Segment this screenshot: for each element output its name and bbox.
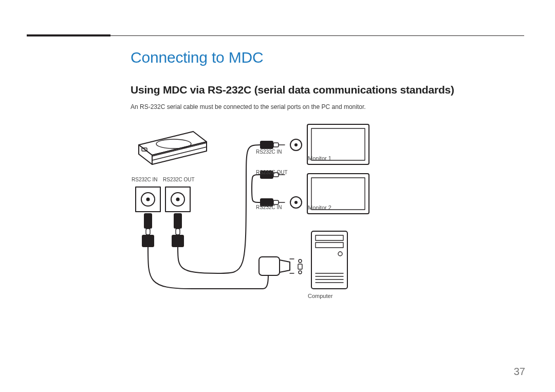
cable-label-rs232c-in-a: RS232C IN	[256, 149, 282, 155]
monitor2-label-real: Monitor 2	[308, 204, 331, 211]
svg-rect-43	[316, 242, 343, 248]
section-subtitle: Using MDC via RS-232C (serial data commu…	[131, 84, 454, 96]
svg-rect-13	[144, 213, 152, 229]
svg-rect-16	[174, 213, 182, 229]
svg-point-9	[146, 198, 150, 201]
svg-rect-19	[260, 141, 273, 149]
section-title: Connecting to MDC	[131, 49, 263, 66]
svg-point-12	[176, 198, 180, 201]
svg-point-23	[294, 143, 298, 146]
svg-point-36	[299, 271, 302, 274]
page-number: 37	[514, 366, 525, 378]
cable-label-rs232c-out-a: RS232C OUT	[256, 170, 288, 175]
svg-rect-28	[273, 200, 279, 204]
connection-diagram: .s { fill:none; stroke:#231f20; stroke-w…	[131, 119, 398, 304]
computer-tower-icon	[311, 231, 347, 289]
port-rs232c-out-icon	[165, 187, 190, 212]
port-rs232c-in-icon	[136, 187, 160, 212]
jack-plug-right-icon	[172, 213, 184, 247]
box-label-rs232c-out-real: RS232C OUT	[163, 177, 195, 182]
section-note: An RS-232C serial cable must be connecte…	[131, 103, 366, 110]
svg-rect-18	[172, 235, 184, 247]
jack-plug-left-icon	[142, 213, 154, 247]
header-tick	[27, 34, 110, 36]
monitor1-label-real: Monitor 1	[308, 155, 331, 161]
svg-rect-35	[298, 264, 302, 269]
box-label-rs232c-in-real: RS232C IN	[132, 177, 158, 182]
svg-rect-42	[316, 235, 343, 240]
svg-point-31	[294, 201, 298, 204]
svg-point-34	[299, 259, 302, 263]
svg-rect-20	[273, 143, 279, 147]
computer-label-real: Computer	[308, 293, 332, 299]
cable-label-rs232c-in-b: RS232C IN	[256, 204, 282, 210]
svg-rect-17	[176, 229, 180, 235]
svg-point-44	[338, 252, 342, 256]
device-box-icon	[139, 132, 207, 164]
svg-rect-15	[142, 235, 154, 247]
db9-connector-icon	[259, 257, 302, 275]
svg-rect-14	[146, 229, 150, 235]
